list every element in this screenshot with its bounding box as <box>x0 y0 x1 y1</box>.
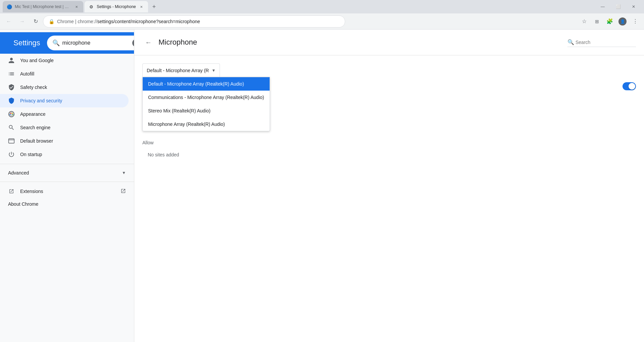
extensions-label: Extensions <box>20 189 43 194</box>
settings-search-input[interactable] <box>62 40 130 46</box>
tab-title-1: Mic Test | Microphone test | Sto... <box>15 4 71 9</box>
search-icon: 🔍 <box>52 39 60 47</box>
svg-point-1 <box>9 114 10 115</box>
dropdown-current-value: Default - Microphone Array (R <box>147 68 209 73</box>
nav-bar: ← → ↻ 🔒 Chrome | chrome://settings/conte… <box>0 13 644 30</box>
page-search-icon: 🔍 <box>567 39 574 45</box>
right-panel: ← Microphone 🔍 Default - Microphone Arra… <box>134 30 644 342</box>
dropdown-option-default-mic[interactable]: Default - Microphone Array (Realtek(R) A… <box>143 77 270 91</box>
allow-section: Allow No sites added <box>142 140 636 160</box>
appearance-icon <box>8 111 15 117</box>
microphone-dropdown-menu: Default - Microphone Array (Realtek(R) A… <box>142 77 270 131</box>
extensions-button[interactable]: 🧩 <box>604 15 616 28</box>
window-controls: — ⬜ ✕ <box>595 0 641 13</box>
sidebar-item-extensions[interactable]: Extensions <box>0 185 134 198</box>
tab-close-1[interactable]: ✕ <box>74 4 79 9</box>
sidebar-advanced[interactable]: Advanced ▼ <box>0 167 134 179</box>
svg-point-3 <box>12 113 13 114</box>
page-title: Microphone <box>158 38 563 47</box>
sidebar-item-search-engine[interactable]: Search engine <box>0 121 129 134</box>
svg-rect-5 <box>9 139 14 143</box>
microphone-dropdown-trigger[interactable]: Default - Microphone Array (R ▼ <box>142 63 220 77</box>
close-button[interactable]: ✕ <box>626 0 641 13</box>
tab-favicon-2: ⚙ <box>89 4 94 9</box>
menu-button[interactable]: ⋮ <box>629 15 641 28</box>
toggle-knob <box>629 83 635 90</box>
microphone-toggle[interactable] <box>623 82 636 90</box>
safety-check-icon <box>8 84 15 91</box>
sidebar-label-privacy-security: Privacy and security <box>20 98 62 103</box>
minimize-button[interactable]: — <box>595 0 610 13</box>
external-link-icon <box>121 188 126 195</box>
page-search-bar[interactable]: 🔍 <box>567 38 636 47</box>
sidebar-item-about-chrome[interactable]: About Chrome <box>0 198 134 210</box>
profile-button[interactable]: 👤 <box>616 15 629 28</box>
sidebar-item-on-startup[interactable]: On startup <box>0 148 129 161</box>
refresh-button[interactable]: ↻ <box>30 15 42 28</box>
sidebar-item-privacy-security[interactable]: Privacy and security <box>0 94 129 107</box>
dropdown-option-communications-mic[interactable]: Communications - Microphone Array (Realt… <box>143 91 270 104</box>
address-bar[interactable]: 🔒 Chrome | chrome://settings/content/mic… <box>43 15 345 28</box>
sidebar-item-appearance[interactable]: Appearance <box>0 107 129 121</box>
sidebar-item-autofill[interactable]: Autofill <box>0 67 129 81</box>
back-button[interactable]: ← <box>3 15 15 28</box>
microphone-dropdown-wrapper: Default - Microphone Array (R ▼ Default … <box>142 63 220 77</box>
sidebar-item-safety-check[interactable]: Safety check <box>0 81 129 94</box>
sidebar-label-safety-check: Safety check <box>20 85 47 90</box>
tab-mic-test[interactable]: 🔵 Mic Test | Microphone test | Sto... ✕ <box>3 1 83 12</box>
new-tab-button[interactable]: + <box>149 2 159 11</box>
privacy-security-icon <box>8 97 15 104</box>
sidebar-item-default-browser[interactable]: Default browser <box>0 134 129 148</box>
address-path: settings/content/microphone?search=micro… <box>97 19 200 24</box>
advanced-arrow-icon: ▼ <box>122 170 126 175</box>
apps-button[interactable]: ⊞ <box>591 15 603 28</box>
nav-right-actions: ☆ ⊞ 🧩 👤 ⋮ <box>578 15 641 28</box>
sidebar-label-search-engine: Search engine <box>20 125 50 130</box>
settings-sidebar: Settings 🔍 ✕ You and Google Autofill <box>0 30 134 342</box>
on-startup-icon <box>8 151 15 158</box>
sidebar-advanced-label: Advanced <box>8 170 122 176</box>
page-search-input[interactable] <box>576 40 636 45</box>
settings-title: Settings <box>7 39 47 47</box>
sidebar-label-autofill: Autofill <box>20 71 34 77</box>
bookmark-button[interactable]: ☆ <box>578 15 590 28</box>
settings-search-bar[interactable]: 🔍 ✕ <box>47 36 135 50</box>
security-icon: 🔒 <box>49 19 54 24</box>
sidebar-header-bar: Settings 🔍 ✕ <box>0 32 134 54</box>
page-header: ← Microphone 🔍 <box>134 30 644 55</box>
about-chrome-label: About Chrome <box>8 201 38 207</box>
content-panel: ← Microphone 🔍 Default - Microphone Arra… <box>134 30 644 342</box>
allow-section-title: Allow <box>142 140 636 145</box>
allow-no-sites: No sites added <box>142 149 636 160</box>
settings-window: Settings 🔍 ✕ You and Google Autofill <box>0 30 644 342</box>
address-text: Chrome | chrome://settings/content/micro… <box>57 19 339 24</box>
title-bar: 🔵 Mic Test | Microphone test | Sto... ✕ … <box>0 0 644 13</box>
sidebar-label-appearance: Appearance <box>20 111 46 117</box>
default-browser-icon <box>8 138 15 144</box>
svg-point-4 <box>12 114 13 115</box>
tab-title-2: Settings - Microphone <box>97 4 136 9</box>
forward-button[interactable]: → <box>16 15 28 28</box>
extensions-link-icon <box>8 188 15 195</box>
search-engine-icon <box>8 124 15 131</box>
sidebar-label-you-google: You and Google <box>20 58 54 63</box>
autofill-icon <box>8 70 15 77</box>
sidebar-item-you-google[interactable]: You and Google <box>0 54 129 67</box>
tab-close-2[interactable]: ✕ <box>139 4 144 9</box>
tab-favicon-1: 🔵 <box>7 4 12 9</box>
back-to-site-settings-button[interactable]: ← <box>142 36 154 48</box>
dropdown-arrow-icon: ▼ <box>212 68 216 73</box>
sidebar-label-on-startup: On startup <box>20 152 42 157</box>
dropdown-option-mic-array[interactable]: Microphone Array (Realtek(R) Audio) <box>143 117 270 131</box>
dropdown-option-stereo-mix[interactable]: Stereo Mix (Realtek(R) Audio) <box>143 104 270 117</box>
sidebar-divider-2 <box>0 182 134 182</box>
address-origin: Chrome | chrome:// <box>57 19 97 24</box>
maximize-button[interactable]: ⬜ <box>610 0 626 13</box>
microphone-content: Default - Microphone Array (R ▼ Default … <box>134 55 644 168</box>
person-icon <box>8 57 15 64</box>
svg-point-2 <box>10 113 11 114</box>
tab-settings[interactable]: ⚙ Settings - Microphone ✕ <box>85 1 148 12</box>
sidebar-divider <box>0 164 134 164</box>
sidebar-label-default-browser: Default browser <box>20 138 53 144</box>
